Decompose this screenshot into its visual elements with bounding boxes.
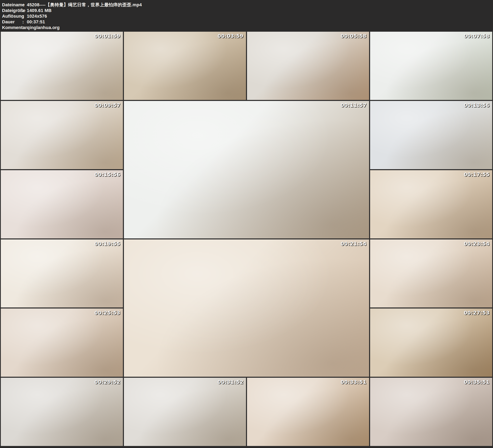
thumbnail-grid: 00:01:59 00:03:59 00:05:58 00:07:58 00:0…: [1, 32, 492, 446]
thumbnail-light-overlay: [1, 378, 123, 446]
video-thumbnail[interactable]: 00:31:52: [124, 378, 246, 446]
meta-value-filename: 45208----【奥特曼】绳艺日常，世界上最怕痒的歪歪.mp4: [27, 2, 142, 8]
timestamp-overlay: 00:09:57: [95, 102, 121, 108]
thumbnail-light-overlay: [1, 308, 123, 377]
thumbnail-light-overlay: [1, 170, 123, 238]
thumbnail-light-overlay: [370, 32, 492, 100]
video-thumbnail[interactable]: 00:01:59: [1, 32, 123, 100]
thumbnail-light-overlay: [370, 101, 492, 169]
timestamp-overlay: 00:01:59: [95, 33, 121, 39]
meta-row-comment: Kommentar : qinglanhua.org: [2, 25, 493, 31]
video-thumbnail[interactable]: 00:19:55: [1, 239, 123, 308]
video-thumbnail[interactable]: 00:13:56: [370, 101, 492, 169]
video-thumbnail[interactable]: 00:27:53: [370, 308, 492, 377]
thumbnail-light-overlay: [1, 101, 123, 169]
timestamp-overlay: 00:11:57: [341, 102, 367, 108]
thumbnail-light-overlay: [1, 239, 123, 308]
video-thumbnail[interactable]: 00:35:51: [370, 378, 492, 446]
meta-separator: :: [22, 2, 27, 8]
meta-value-comment: qinglanhua.org: [27, 25, 60, 31]
timestamp-overlay: 00:31:52: [218, 379, 244, 385]
meta-row-filesize: Dateigröße : 1409.61 MB: [2, 8, 493, 13]
meta-separator: :: [22, 8, 27, 13]
thumbnail-light-overlay: [124, 101, 369, 238]
meta-label-filesize: Dateigröße: [2, 8, 22, 13]
timestamp-overlay: 00:35:51: [464, 379, 490, 385]
video-thumbnail[interactable]: 00:33:51: [247, 378, 369, 446]
thumbnail-light-overlay: [1, 32, 123, 100]
meta-value-duration: 00:37:51: [27, 19, 45, 25]
meta-separator: :: [22, 19, 27, 25]
meta-row-duration: Dauer : 00:37:51: [2, 19, 493, 25]
timestamp-overlay: 00:03:59: [218, 33, 244, 39]
timestamp-overlay: 00:19:55: [95, 241, 121, 247]
timestamp-overlay: 00:15:56: [95, 172, 121, 178]
timestamp-overlay: 00:33:51: [341, 379, 367, 385]
timestamp-overlay: 00:13:56: [464, 102, 490, 108]
thumbnail-light-overlay: [370, 308, 492, 377]
meta-label-resolution: Auflösung: [2, 13, 22, 19]
meta-value-filesize: 1409.61 MB: [27, 8, 52, 13]
timestamp-overlay: 00:29:52: [95, 379, 121, 385]
video-thumbnail[interactable]: 00:11:57: [124, 101, 369, 238]
meta-separator: :: [22, 13, 27, 19]
metadata-header: Dateiname : 45208----【奥特曼】绳艺日常，世界上最怕痒的歪歪…: [0, 0, 493, 32]
video-thumbnail[interactable]: 00:23:54: [370, 239, 492, 308]
timestamp-overlay: 00:25:53: [95, 310, 121, 316]
meta-value-resolution: 1024x576: [27, 13, 47, 19]
video-thumbnail[interactable]: 00:25:53: [1, 308, 123, 377]
timestamp-overlay: 00:27:53: [464, 310, 490, 316]
timestamp-overlay: 00:05:58: [341, 33, 367, 39]
video-thumbnail[interactable]: 00:21:54: [124, 239, 369, 377]
thumbnail-light-overlay: [124, 239, 369, 377]
video-thumbnail[interactable]: 00:03:59: [124, 32, 246, 100]
timestamp-overlay: 00:17:55: [464, 172, 490, 178]
video-thumbnail[interactable]: 00:05:58: [247, 32, 369, 100]
video-thumbnail[interactable]: 00:17:55: [370, 170, 492, 238]
thumbnail-light-overlay: [370, 378, 492, 446]
meta-label-duration: Dauer: [2, 19, 22, 25]
timestamp-overlay: 00:23:54: [464, 241, 490, 247]
meta-separator: :: [22, 25, 27, 31]
video-thumbnail[interactable]: 00:15:56: [1, 170, 123, 238]
meta-label-filename: Dateiname: [2, 2, 22, 8]
video-thumbnail[interactable]: 00:29:52: [1, 378, 123, 446]
thumbnail-light-overlay: [370, 170, 492, 238]
thumbnail-light-overlay: [124, 32, 246, 100]
video-thumbnail[interactable]: 00:09:57: [1, 101, 123, 169]
thumbnail-light-overlay: [247, 378, 369, 446]
video-thumbnail[interactable]: 00:07:58: [370, 32, 492, 100]
contact-sheet-page: Dateiname : 45208----【奥特曼】绳艺日常，世界上最怕痒的歪歪…: [0, 0, 493, 448]
meta-row-filename: Dateiname : 45208----【奥特曼】绳艺日常，世界上最怕痒的歪歪…: [2, 2, 493, 8]
thumbnail-light-overlay: [370, 239, 492, 308]
thumbnail-light-overlay: [124, 378, 246, 446]
timestamp-overlay: 00:07:58: [464, 33, 490, 39]
meta-label-comment: Kommentar: [2, 25, 22, 31]
timestamp-overlay: 00:21:54: [341, 241, 367, 247]
meta-row-resolution: Auflösung : 1024x576: [2, 13, 493, 19]
thumbnail-light-overlay: [247, 32, 369, 100]
